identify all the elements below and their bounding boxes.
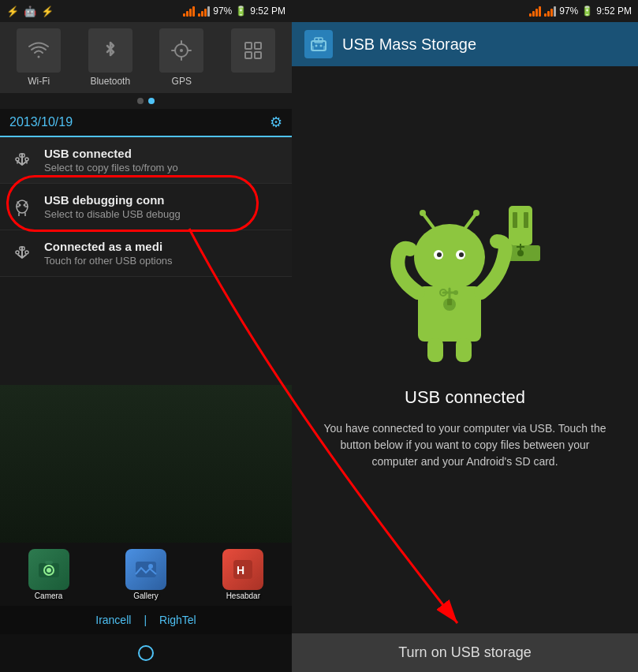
time-left: 9:52 PM — [250, 6, 285, 17]
dot-1 — [137, 98, 144, 104]
extra-toggle[interactable] — [221, 28, 286, 87]
svg-point-33 — [517, 250, 524, 256]
svg-rect-32 — [524, 212, 528, 228]
carrier-bar: Irancell | RighTel — [0, 606, 292, 634]
usb-mass-storage-screen: 97% 🔋 9:52 PM USB Mass Storage — [292, 0, 638, 672]
gps-label: GPS — [172, 76, 192, 87]
svg-point-17 — [47, 568, 51, 573]
svg-point-38 — [473, 210, 479, 216]
camera-icon-box[interactable] — [28, 549, 69, 590]
notif-debug-subtitle: Select to disable USB debugg — [44, 208, 282, 220]
svg-point-11 — [24, 204, 26, 207]
usb-icon-1: ⚡ — [6, 6, 19, 17]
extra-icon[interactable] — [231, 28, 275, 73]
svg-point-36 — [420, 210, 426, 216]
carrier-2: RighTel — [159, 614, 196, 626]
svg-point-13 — [16, 251, 19, 254]
svg-point-34 — [414, 224, 485, 290]
wifi-toggle[interactable]: Wi-Fi — [6, 28, 72, 87]
gallery-label: Gallery — [133, 592, 159, 600]
quick-toggles-panel: Wi-Fi Bluetooth GPS — [0, 22, 292, 93]
signal-bars-2 — [198, 6, 210, 17]
notification-shade: ⚡ 🤖 ⚡ 97% 🔋 9:52 PM — [0, 0, 292, 672]
bluetooth-icon[interactable] — [88, 28, 132, 73]
gps-toggle[interactable]: GPS — [149, 28, 215, 87]
camera-label: Camera — [35, 592, 63, 600]
svg-point-1 — [180, 49, 183, 52]
notif-usb-subtitle: Select to copy files to/from yo — [44, 162, 282, 174]
home-bar — [0, 634, 292, 672]
app-title-bar: USB Mass Storage — [292, 22, 638, 66]
svg-rect-3 — [255, 43, 261, 49]
battery-icon-left: 🔋 — [235, 6, 247, 17]
carrier-1: Irancell — [95, 614, 131, 626]
svg-rect-5 — [255, 52, 261, 58]
notif-debug-content: USB debugging conn Select to disable USB… — [44, 193, 282, 220]
gps-icon[interactable] — [159, 28, 203, 73]
svg-rect-4 — [245, 52, 252, 58]
notif-usb-debug[interactable]: USB debugging conn Select to disable USB… — [0, 184, 292, 230]
notif-debug-title: USB debugging conn — [44, 193, 282, 207]
notif-usb-title: USB connected — [44, 147, 282, 160]
svg-point-25 — [315, 45, 318, 47]
dot-2 — [148, 98, 155, 104]
app-icons-row: Camera Gallery H Hesabdar — [0, 543, 292, 606]
usb-notif-icon — [9, 148, 35, 174]
date-bar: 2013/10/19 ⚙ — [0, 109, 292, 137]
bluetooth-label: Bluetooth — [90, 76, 130, 87]
settings-icon[interactable]: ⚙ — [270, 114, 282, 131]
svg-rect-44 — [427, 338, 443, 362]
app-title-text: USB Mass Storage — [342, 35, 476, 54]
status-bar-left: ⚡ 🤖 ⚡ 97% 🔋 9:52 PM — [0, 0, 292, 22]
svg-rect-2 — [245, 43, 252, 49]
date-text: 2013/10/19 — [9, 115, 73, 129]
android-debug-icon — [9, 195, 35, 220]
camera-app[interactable]: Camera — [28, 549, 69, 600]
svg-point-10 — [19, 204, 21, 207]
svg-rect-31 — [513, 212, 517, 228]
hesabdar-icon-box[interactable]: H — [222, 549, 263, 590]
svg-point-14 — [25, 251, 28, 254]
signal-bars-1 — [183, 6, 195, 17]
notif-media[interactable]: Connected as a medi Touch for other USB … — [0, 230, 292, 277]
notifications-list: USB connected Select to copy files to/fr… — [0, 137, 292, 277]
bluetooth-toggle[interactable]: Bluetooth — [78, 28, 144, 87]
svg-rect-27 — [312, 46, 314, 50]
usb-connected-title: USB connected — [405, 387, 525, 408]
svg-point-48 — [453, 290, 458, 295]
notif-media-subtitle: Touch for other USB options — [44, 255, 282, 267]
right-status-bar: 97% 🔋 9:52 PM — [292, 0, 638, 22]
right-battery: 97% — [559, 6, 578, 17]
turn-on-usb-button[interactable]: Turn on USB storage — [292, 633, 638, 672]
gallery-app[interactable]: Gallery — [125, 549, 166, 600]
home-button[interactable] — [138, 645, 154, 661]
notif-media-content: Connected as a medi Touch for other USB … — [44, 240, 282, 267]
svg-point-41 — [437, 252, 442, 257]
right-time: 9:52 PM — [596, 6, 632, 17]
android-robot-illustration — [379, 198, 552, 371]
notif-usb-connected[interactable]: USB connected Select to copy files to/fr… — [0, 137, 292, 184]
notif-usb-connected-content: USB connected Select to copy files to/fr… — [44, 147, 282, 174]
wifi-icon[interactable] — [17, 28, 61, 73]
svg-line-37 — [465, 215, 475, 228]
svg-rect-28 — [323, 46, 326, 50]
status-bar-right-info: 97% 🔋 9:52 PM — [183, 6, 285, 17]
right-signal-1 — [529, 6, 541, 17]
usb-media-icon — [9, 241, 35, 267]
usb-description: You have connected to your computer via … — [323, 420, 607, 470]
svg-line-35 — [424, 215, 434, 228]
usb-icon-2: ⚡ — [41, 6, 54, 17]
android-icon: 🤖 — [24, 6, 36, 17]
svg-rect-45 — [456, 338, 472, 362]
battery-percent-left: 97% — [213, 6, 232, 17]
hesabdar-app[interactable]: H Hesabdar — [222, 549, 263, 600]
carrier-divider: | — [144, 614, 147, 626]
gallery-icon-box[interactable] — [125, 549, 166, 590]
hesabdar-label: Hesabdar — [226, 592, 260, 600]
wallpaper-bg — [0, 385, 292, 543]
usb-mass-storage-icon — [304, 30, 333, 58]
svg-rect-19 — [136, 562, 156, 577]
svg-rect-49 — [447, 299, 452, 305]
right-battery-icon: 🔋 — [581, 6, 593, 17]
svg-rect-29 — [509, 206, 532, 245]
